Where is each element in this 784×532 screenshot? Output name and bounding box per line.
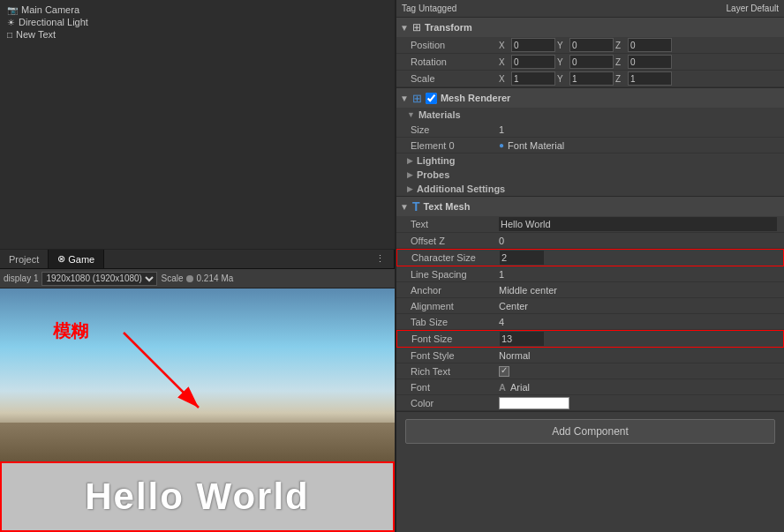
- hierarchy-item-new-text[interactable]: □ New Text: [0, 28, 395, 41]
- red-arrow: [115, 324, 221, 430]
- alignment-value: Center: [499, 301, 528, 311]
- hello-world-box: Hello World: [0, 461, 395, 532]
- color-row: Color: [396, 395, 784, 411]
- materials-subsection[interactable]: ▼ Materials: [396, 108, 784, 122]
- scale-value: X Y Z: [499, 71, 777, 86]
- light-icon: ☀: [7, 18, 15, 27]
- probes-arrow: ▶: [407, 170, 413, 179]
- transform-section: ▼ ⊞ Transform Position X Y Z Rotation X …: [396, 18, 784, 88]
- size-label: Size: [411, 124, 499, 135]
- rotation-x[interactable]: [511, 55, 555, 69]
- text-icon: □: [7, 30, 12, 40]
- mesh-renderer-section: ▼ ⊞ Mesh Renderer ▼ Materials Size 1 Ele…: [396, 88, 784, 197]
- scale-label: Scale: [161, 273, 183, 283]
- text-mesh-header[interactable]: ▼ T Text Mesh: [396, 197, 784, 216]
- scale-y[interactable]: [569, 71, 614, 86]
- char-size-input[interactable]: [500, 251, 544, 265]
- hierarchy-item-directional-light[interactable]: ☀ Directional Light: [0, 16, 395, 28]
- tab-size-label: Tab Size: [411, 317, 499, 327]
- circle-icon: ●: [499, 140, 504, 150]
- probes-subsection[interactable]: ▶ Probes: [396, 168, 784, 182]
- scale-bar: 0.214 Ma: [186, 273, 233, 283]
- font-style-value: Normal: [499, 350, 530, 361]
- resolution-select[interactable]: 1920x1080 (1920x1080): [41, 272, 157, 286]
- tab-bar: Project ⊗ Game ⋮: [0, 250, 395, 269]
- left-panel: 📷 Main Camera ☀ Directional Light □ New …: [0, 0, 396, 532]
- offset-z-label: Offset Z: [411, 236, 499, 246]
- game-icon: ⊗: [57, 253, 65, 265]
- materials-arrow: ▼: [407, 110, 415, 119]
- additional-arrow: ▶: [407, 184, 413, 193]
- svg-line-1: [124, 333, 199, 408]
- rich-text-checkbox[interactable]: [499, 366, 509, 377]
- mesh-toggle: ▼: [400, 94, 409, 103]
- blur-label: 模糊: [53, 319, 88, 343]
- position-row: Position X Y Z: [396, 37, 784, 54]
- add-component-button[interactable]: Add Component: [405, 419, 775, 444]
- font-row: Font A Arial: [396, 379, 784, 395]
- text-mesh-icon: T: [412, 199, 420, 214]
- probes-label: Probes: [417, 169, 449, 180]
- lighting-arrow: ▶: [407, 156, 413, 165]
- text-mesh-label: Text Mesh: [423, 201, 470, 212]
- font-style-row: Font Style Normal: [396, 348, 784, 363]
- inspector-panel: Tag Untagged Layer Default ▼ ⊞ Transform…: [396, 0, 784, 532]
- scale-x[interactable]: [511, 71, 555, 86]
- game-view-bar: display 1 1920x1080 (1920x1080) Scale 0.…: [0, 269, 395, 288]
- position-x[interactable]: [511, 38, 555, 52]
- mesh-renderer-label: Mesh Renderer: [441, 93, 510, 103]
- mesh-renderer-checkbox[interactable]: [426, 93, 437, 104]
- lighting-subsection[interactable]: ▶ Lighting: [396, 154, 784, 168]
- font-style-label: Font Style: [411, 350, 499, 361]
- hierarchy-item-main-camera[interactable]: 📷 Main Camera: [0, 4, 395, 16]
- tab-size-value: 4: [499, 317, 504, 327]
- text-input[interactable]: [499, 217, 777, 231]
- position-z[interactable]: [628, 38, 672, 52]
- tab-project[interactable]: Project: [0, 250, 49, 268]
- offset-z-row: Offset Z 0: [396, 233, 784, 249]
- hello-world-text: Hello World: [85, 476, 310, 518]
- rotation-value: X Y Z: [499, 55, 777, 69]
- offset-z-value: 0: [499, 236, 504, 246]
- element0-value: ● Font Material: [499, 140, 777, 151]
- text-row: Text: [396, 216, 784, 233]
- alignment-row: Alignment Center: [396, 298, 784, 314]
- additional-subsection[interactable]: ▶ Additional Settings: [396, 182, 784, 196]
- font-label: Font: [411, 382, 499, 393]
- position-y[interactable]: [569, 38, 614, 52]
- rotation-label: Rotation: [411, 56, 499, 67]
- scale-row: Scale X Y Z: [396, 71, 784, 87]
- rotation-row: Rotation X Y Z: [396, 54, 784, 71]
- inspector-header: Tag Untagged Layer Default: [396, 0, 784, 18]
- rotation-y[interactable]: [569, 55, 614, 69]
- tab-size-row: Tab Size 4: [396, 314, 784, 330]
- rich-text-label: Rich Text: [411, 366, 499, 377]
- char-size-row: Character Size: [396, 249, 784, 266]
- scale-label: Scale: [411, 73, 499, 84]
- alignment-label: Alignment: [411, 301, 499, 311]
- transform-header[interactable]: ▼ ⊞ Transform: [396, 18, 784, 37]
- hierarchy-panel: 📷 Main Camera ☀ Directional Light □ New …: [0, 0, 395, 250]
- layer-label: Layer Default: [727, 4, 779, 13]
- line-spacing-label: Line Spacing: [411, 269, 499, 280]
- line-spacing-row: Line Spacing 1: [396, 266, 784, 282]
- transform-icon: ⊞: [412, 21, 421, 34]
- tab-more[interactable]: ⋮: [366, 250, 395, 268]
- bottom-panel: Project ⊗ Game ⋮ display 1 1920x1080 (19…: [0, 250, 395, 532]
- scale-dot: [186, 275, 193, 282]
- rotation-z[interactable]: [628, 55, 672, 69]
- game-scene: 模糊 Hello World: [0, 288, 395, 532]
- transform-toggle: ▼: [400, 23, 409, 33]
- font-size-input[interactable]: [500, 332, 544, 346]
- lighting-label: Lighting: [417, 155, 455, 166]
- color-swatch[interactable]: [499, 397, 569, 409]
- text-mesh-toggle: ▼: [400, 202, 409, 212]
- transform-label: Transform: [425, 22, 472, 33]
- anchor-row: Anchor Middle center: [396, 282, 784, 298]
- scale-z[interactable]: [628, 71, 672, 86]
- anchor-label: Anchor: [411, 285, 499, 296]
- mesh-renderer-header[interactable]: ▼ ⊞ Mesh Renderer: [396, 88, 784, 108]
- element0-row: Element 0 ● Font Material: [396, 138, 784, 154]
- font-material-label: Font Material: [508, 140, 564, 151]
- tab-game[interactable]: ⊗ Game: [49, 250, 104, 268]
